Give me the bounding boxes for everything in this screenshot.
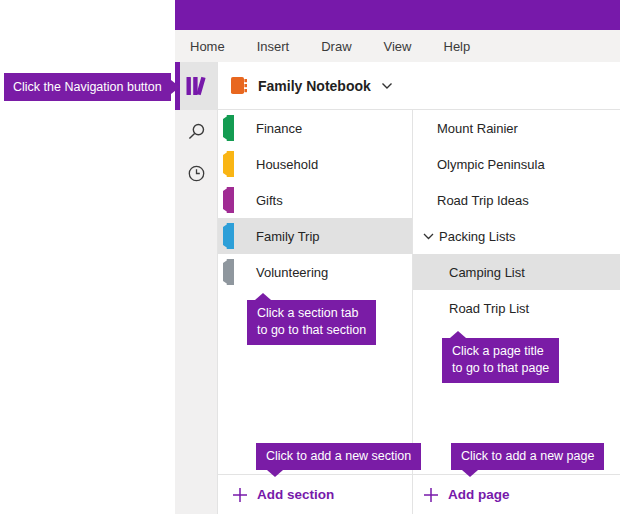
notebook-header: Family Notebook (218, 62, 620, 110)
chevron-down-icon[interactable] (423, 233, 434, 240)
section-color-tab (223, 115, 234, 141)
page-title: Olympic Peninsula (437, 157, 545, 172)
callout-navigation: Click the Navigation button (4, 73, 171, 101)
section-list: Finance Household Gifts Family Trip Volu… (218, 110, 412, 474)
page-packing-lists[interactable]: Packing Lists (413, 218, 620, 254)
notebook-icon (230, 76, 248, 95)
page-road-trip-ideas[interactable]: Road Trip Ideas (413, 182, 620, 218)
callout-text: Click the Navigation button (13, 80, 162, 94)
menu-view[interactable]: View (384, 39, 412, 54)
search-button[interactable] (175, 110, 217, 152)
section-color-tab (223, 223, 234, 249)
callout-text: Click to add a new section (266, 449, 411, 463)
section-finance[interactable]: Finance (218, 110, 412, 146)
section-color-tab (223, 187, 234, 213)
page-title: Camping List (449, 265, 525, 280)
menu-insert[interactable]: Insert (257, 39, 290, 54)
callout-add-page: Click to add a new page (451, 443, 604, 470)
add-section-button[interactable]: Add section (218, 474, 412, 514)
title-bar (175, 0, 620, 30)
section-color-tab (223, 151, 234, 177)
page-mount-rainier[interactable]: Mount Rainier (413, 110, 620, 146)
clock-icon (187, 164, 206, 183)
navigation-button[interactable] (175, 62, 217, 110)
search-icon (187, 122, 206, 141)
menu-home[interactable]: Home (190, 39, 225, 54)
section-color-tab (223, 259, 234, 285)
page-title: Mount Rainier (437, 121, 518, 136)
add-section-label: Add section (257, 487, 334, 502)
page-title: Road Trip List (449, 301, 529, 316)
section-household[interactable]: Household (218, 146, 412, 182)
page-list: Mount Rainier Olympic Peninsula Road Tri… (413, 110, 620, 474)
plus-icon (423, 487, 439, 503)
page-camping-list[interactable]: Camping List (413, 254, 620, 290)
page-title: Road Trip Ideas (437, 193, 529, 208)
callout-text: Click a section tab (257, 305, 366, 322)
callout-text: to go to that page (452, 360, 549, 377)
add-page-button[interactable]: Add page (413, 474, 620, 514)
recent-notes-button[interactable] (175, 152, 217, 194)
section-label: Family Trip (256, 229, 320, 244)
left-rail (175, 62, 218, 514)
chevron-down-icon[interactable] (381, 82, 393, 90)
menu-draw[interactable]: Draw (321, 39, 351, 54)
menu-help[interactable]: Help (444, 39, 471, 54)
section-family-trip[interactable]: Family Trip (218, 218, 412, 254)
callout-text: Click to add a new page (461, 449, 594, 463)
onenote-window: Home Insert Draw View Help (0, 0, 620, 514)
callout-page-title: Click a page title to go to that page (442, 338, 559, 383)
callout-text: to go to that section (257, 322, 366, 339)
section-label: Finance (256, 121, 302, 136)
page-road-trip-list[interactable]: Road Trip List (413, 290, 620, 326)
section-label: Volunteering (256, 265, 328, 280)
notebook-title[interactable]: Family Notebook (258, 78, 371, 94)
books-icon (185, 76, 208, 96)
page-title: Packing Lists (439, 229, 516, 244)
page-olympic-peninsula[interactable]: Olympic Peninsula (413, 146, 620, 182)
section-volunteering[interactable]: Volunteering (218, 254, 412, 290)
section-label: Gifts (256, 193, 283, 208)
section-label: Household (256, 157, 318, 172)
section-gifts[interactable]: Gifts (218, 182, 412, 218)
add-page-label: Add page (448, 487, 510, 502)
menu-bar: Home Insert Draw View Help (175, 30, 620, 62)
callout-add-section: Click to add a new section (256, 443, 421, 470)
plus-icon (232, 487, 248, 503)
callout-text: Click a page title (452, 343, 549, 360)
callout-section-tab: Click a section tab to go to that sectio… (247, 300, 376, 345)
